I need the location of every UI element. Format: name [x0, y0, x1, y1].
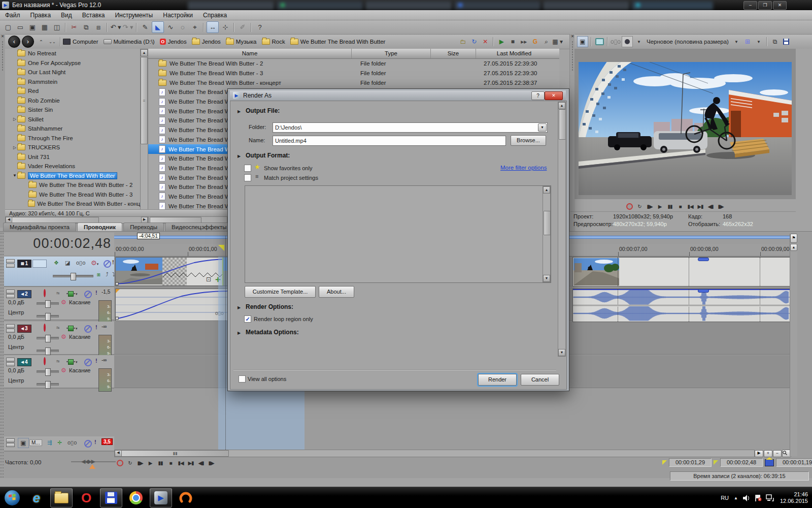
master-plugin-icon[interactable]: o▯o: [67, 439, 77, 446]
track-fx-plug-icon[interactable]: ▾: [66, 326, 78, 331]
track1-number[interactable]: ▤1: [17, 260, 31, 268]
loop-region-checkbox[interactable]: ✓: [244, 315, 251, 323]
volume-slider[interactable]: [37, 337, 59, 339]
pan-label[interactable]: Центр: [8, 377, 24, 384]
master-solo-icon[interactable]: !: [94, 439, 96, 445]
volume-value[interactable]: 0,0 дБ: [8, 367, 24, 373]
scrub-marker[interactable]: [89, 464, 95, 469]
menu-3[interactable]: Вставка: [77, 11, 110, 20]
pan-slider[interactable]: [37, 350, 59, 352]
video-output-icon[interactable]: [594, 37, 604, 47]
mute-icon[interactable]: [84, 325, 92, 334]
view-all-options-label[interactable]: View all options: [248, 376, 286, 382]
event-marker-cookie[interactable]: [698, 258, 709, 261]
views-icon[interactable]: ▦ ▾: [552, 37, 563, 47]
preview-next-frame-button[interactable]: ▮▶: [716, 202, 726, 210]
volume-value[interactable]: 0,0 дБ: [8, 299, 24, 305]
tree-item-2[interactable]: Our Last Night: [5, 68, 140, 77]
master-view-icon[interactable]: ▣: [18, 438, 29, 448]
tray-time[interactable]: 21:46: [780, 491, 808, 498]
selection-start-field[interactable]: 00:00:01,29: [669, 458, 712, 467]
pan-label[interactable]: Центр: [8, 344, 24, 350]
aimp-icon[interactable]: [175, 489, 196, 507]
video-event-right[interactable]: [572, 257, 791, 287]
audio-event-left[interactable]: o▯o: [115, 289, 229, 321]
timeline-loop-button[interactable]: ↻: [125, 459, 135, 467]
about-button[interactable]: About...: [319, 286, 354, 298]
file-row-folder-0[interactable]: We Butter The Bread With Butter - 2File …: [148, 59, 559, 69]
folder-dropdown-arrow[interactable]: ▼: [538, 123, 547, 132]
start-button[interactable]: [2, 489, 23, 507]
toolbar-redo-icon[interactable]: ↷ ▾: [122, 22, 133, 33]
track1-solo-icon[interactable]: !: [112, 259, 114, 265]
expander-icon[interactable]: ▷: [12, 117, 17, 121]
track-fx-plug-icon[interactable]: ▾: [66, 291, 78, 297]
automation-mode-label[interactable]: Касание: [69, 299, 90, 305]
track-header-audio-2[interactable]: ◀2≈▾!-1,50,0 дБ⚙Касание▼Центр3-6-9-: [4, 287, 114, 321]
tab-0[interactable]: Медиафайлы проекта: [3, 223, 76, 231]
add-favorite-icon[interactable]: 🗀: [458, 37, 468, 47]
dialog-help-button[interactable]: ?: [531, 91, 545, 100]
network-icon[interactable]: [766, 494, 774, 501]
preview-go-to-end-button[interactable]: ▶▮: [695, 202, 705, 210]
solo-icon[interactable]: !: [95, 358, 97, 364]
forward-button[interactable]: ›: [22, 36, 34, 48]
toolbar-marker-pen-icon[interactable]: ✎: [140, 22, 151, 33]
phase-wave-icon[interactable]: ≈: [56, 358, 60, 365]
cancel-button[interactable]: Cancel: [521, 374, 559, 386]
automation-mode-label[interactable]: Касание: [69, 367, 90, 373]
mute-icon[interactable]: [84, 291, 92, 299]
automation-gear-icon[interactable]: ⚙: [61, 367, 66, 374]
video-event-left[interactable]: ⊡ ✛: [115, 257, 229, 286]
match-project-label[interactable]: Match project settings: [264, 175, 318, 181]
up-folder-icon[interactable]: ⌃: [36, 37, 46, 47]
event-crop-icon[interactable]: ⊡: [206, 276, 211, 283]
playhead-cursor[interactable]: [225, 236, 226, 450]
automation-mode-label[interactable]: Касание: [69, 334, 90, 340]
selection-length-field[interactable]: 00:00:01,19: [776, 458, 812, 467]
toolbar-envelope-tool-icon[interactable]: ∿: [165, 22, 176, 33]
tree-item-16[interactable]: We Butter The Bread With Butter - конц: [5, 199, 140, 209]
preview-record-button[interactable]: [624, 202, 634, 210]
history-chevron-icon[interactable]: ⌄⌄: [47, 37, 57, 47]
composite-mode-icon[interactable]: ◪: [65, 260, 70, 266]
zoom-range-button[interactable]: ▶: [755, 450, 763, 457]
overlay-dropdown-arrow[interactable]: ▼: [754, 37, 764, 47]
timeline-next-frame-button[interactable]: ▮▶: [206, 459, 216, 467]
refresh-icon[interactable]: ↻: [469, 37, 479, 47]
minimize-button[interactable]: –: [743, 1, 757, 10]
format-list-scrollbar[interactable]: ▲ ▼: [543, 186, 551, 282]
tree-item-14[interactable]: We Butter The Bread With Butter - 2: [5, 180, 140, 190]
preview-stop-button[interactable]: ■: [675, 202, 685, 210]
master-bus-label[interactable]: M...: [29, 439, 42, 446]
toolbar-selection-tool-icon[interactable]: ◌: [177, 22, 188, 33]
toolbar-zoom-tool-icon[interactable]: ⌖: [189, 22, 200, 33]
tree-item-3[interactable]: Rammstein: [5, 77, 140, 87]
toolbar-open-project-icon[interactable]: ▭: [15, 22, 26, 33]
search-icon[interactable]: ⌕: [541, 37, 551, 47]
tree-item-8[interactable]: Stahlhammer: [5, 124, 140, 134]
tab-1[interactable]: Проводник: [77, 223, 122, 231]
toolbar-paint-tool-icon[interactable]: ✐: [237, 22, 248, 33]
timeline-pause-button[interactable]: ▮▮: [155, 459, 165, 467]
folder-combo[interactable]: D:\Jendos\ ▼: [273, 122, 548, 133]
solo-icon[interactable]: !: [95, 290, 97, 296]
metadata-options-expander[interactable]: ▶: [238, 331, 241, 335]
close-button[interactable]: ✕: [773, 1, 787, 10]
track4-number[interactable]: ◀4: [17, 358, 31, 366]
bypass-motion-blur-icon[interactable]: ❖: [54, 260, 59, 266]
action-center-flag-icon[interactable]: [754, 494, 762, 501]
copy-snapshot-icon[interactable]: ⧉: [770, 37, 780, 47]
toolbar-trim-tool-icon[interactable]: ↔: [207, 21, 219, 33]
tree-item-11[interactable]: Unit 731: [5, 152, 140, 162]
render-options-expander[interactable]: ▶: [238, 305, 241, 310]
volume-icon[interactable]: [743, 495, 750, 501]
track1-scribble[interactable]: [32, 260, 47, 268]
breadcrumb-item-0[interactable]: Computer: [63, 39, 98, 45]
customize-template-button[interactable]: Customize Template...: [245, 286, 316, 298]
timeline-stop-button[interactable]: ■: [165, 459, 176, 467]
render-options-header[interactable]: Render Options:: [246, 303, 293, 310]
internet-explorer-icon[interactable]: e: [26, 489, 47, 507]
preview-play-button[interactable]: ▶: [655, 202, 665, 210]
solo-icon[interactable]: !: [95, 324, 97, 330]
